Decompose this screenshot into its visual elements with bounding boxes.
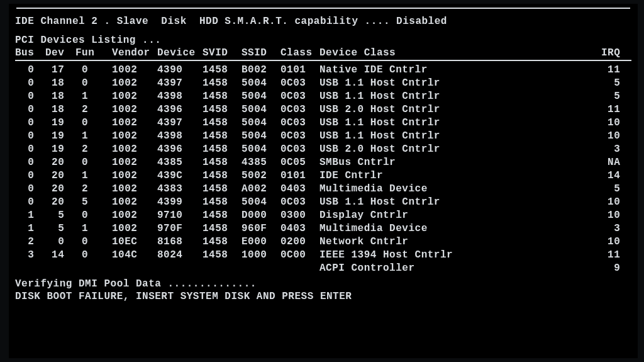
- cell-bus: 0: [15, 64, 45, 77]
- cell-device_class: USB 2.0 Host Cntrlr: [319, 103, 601, 116]
- cell-dev: 19: [45, 130, 75, 143]
- cell-dev: 18: [45, 103, 75, 116]
- bios-post-screen: IDE Channel 2 . Slave Disk HDD S.M.A.R.T…: [9, 4, 638, 358]
- table-row-acpi: ACPI Controller 9: [15, 262, 631, 275]
- cell-fun: 1: [75, 169, 112, 183]
- cell-ssid: 5002: [242, 169, 280, 183]
- cell-device: 8168: [157, 235, 203, 249]
- cell-bus: 1: [15, 222, 45, 235]
- cell-irq: 3: [601, 222, 631, 235]
- cell-empty: [157, 262, 203, 275]
- cell-vendor: 1002: [112, 77, 157, 90]
- table-row: 0 19 110024398145850040C03USB 1.1 Host C…: [15, 130, 631, 143]
- cell-device: 970F: [157, 222, 203, 235]
- cell-device: 4390: [157, 64, 203, 77]
- table-row: 0 20 2100243831458A0020403Multimedia Dev…: [15, 183, 631, 196]
- table-row: 0 19 210024396145850040C03USB 2.0 Host C…: [15, 143, 631, 156]
- table-row: 0 19 010024397145850040C03USB 1.1 Host C…: [15, 116, 631, 130]
- cell-device: 4397: [157, 77, 203, 90]
- cell-svid: 1458: [203, 103, 242, 116]
- cell-vendor: 1002: [112, 183, 157, 196]
- table-row: 0 20 510024399145850040C03USB 1.1 Host C…: [15, 196, 631, 209]
- cell-fun: 0: [75, 249, 112, 262]
- table-row: 0 18 010024397145850040C03USB 1.1 Host C…: [15, 77, 631, 90]
- table-header-row: Bus Dev Fun Vendor Device SVID SSID Clas…: [15, 47, 631, 60]
- cell-device_class: IEEE 1394 Host Cntrlr: [319, 249, 601, 262]
- cell-empty: [75, 262, 112, 275]
- col-vendor: Vendor: [112, 47, 157, 60]
- cell-device: 439C: [157, 169, 203, 183]
- cell-device_class: Multimedia Device: [319, 183, 601, 196]
- table-row: 2 0 010EC81681458E0000200Network Cntrlr …: [15, 235, 631, 249]
- cell-vendor: 1002: [112, 103, 157, 116]
- pci-listing-title: PCI Devices Listing ...: [15, 34, 631, 47]
- cell-ssid: A002: [242, 183, 280, 196]
- cell-dev: 20: [45, 196, 75, 209]
- table-row: 3 14 0104C8024145810000C00IEEE 1394 Host…: [15, 249, 631, 262]
- col-dev: Dev: [45, 47, 75, 60]
- cell-device_class: USB 1.1 Host Cntrlr: [319, 116, 601, 130]
- cell-irq: 3: [601, 143, 631, 156]
- cell-bus: 0: [15, 196, 45, 209]
- cell-svid: 1458: [203, 222, 242, 235]
- cell-fun: 0: [75, 64, 112, 77]
- cell-bus: 0: [15, 156, 45, 169]
- cell-device_class: USB 1.1 Host Cntrlr: [319, 77, 601, 90]
- cell-bus: 3: [15, 249, 45, 262]
- cell-irq: NA: [601, 156, 631, 169]
- cell-bus: 0: [15, 90, 45, 103]
- cell-device: 4399: [157, 196, 203, 209]
- cell-device_class: USB 1.1 Host Cntrlr: [319, 90, 601, 103]
- cell-ssid: 5004: [242, 77, 280, 90]
- cell-class: 0C03: [280, 116, 319, 130]
- cell-vendor: 104C: [112, 249, 157, 262]
- cell-ssid: 5004: [242, 196, 280, 209]
- cell-empty: [112, 262, 157, 275]
- cell-fun: 2: [75, 143, 112, 156]
- cell-fun: 1: [75, 130, 112, 143]
- cell-device_class: SMBus Cntrlr: [319, 156, 601, 169]
- cell-svid: 1458: [203, 235, 242, 249]
- cell-class: 0C03: [280, 77, 319, 90]
- cell-dev: 18: [45, 77, 75, 90]
- cell-fun: 2: [75, 103, 112, 116]
- cell-bus: 0: [15, 103, 45, 116]
- cell-device_class: USB 1.1 Host Cntrlr: [319, 130, 601, 143]
- cell-vendor: 1002: [112, 222, 157, 235]
- table-row: 0 20 010024385145843850C05SMBus Cntrlr N…: [15, 156, 631, 169]
- cell-class: 0403: [280, 222, 319, 235]
- cell-vendor: 1002: [112, 90, 157, 103]
- cell-device: 4398: [157, 130, 203, 143]
- cell-device: 4396: [157, 103, 203, 116]
- cell-ssid: E000: [242, 235, 280, 249]
- cell-irq: 10: [601, 116, 631, 130]
- cell-svid: 1458: [203, 196, 242, 209]
- cell-bus: 0: [15, 169, 45, 183]
- col-device: Device: [157, 47, 203, 60]
- cell-class: 0101: [280, 64, 319, 77]
- cell-dev: 5: [45, 222, 75, 235]
- cell-device_class: IDE Cntrlr: [319, 169, 601, 183]
- cell-fun: 0: [75, 156, 112, 169]
- cell-fun: 1: [75, 90, 112, 103]
- cell-vendor: 1002: [112, 169, 157, 183]
- cell-fun: 0: [75, 116, 112, 130]
- col-ssid: SSID: [242, 47, 280, 60]
- cell-vendor: 10EC: [112, 235, 157, 249]
- cell-class: 0C03: [280, 196, 319, 209]
- cell-irq: 10: [601, 196, 631, 209]
- cell-class: 0C05: [280, 156, 319, 169]
- col-irq: IRQ: [601, 47, 631, 60]
- cell-vendor: 1002: [112, 64, 157, 77]
- cell-vendor: 1002: [112, 130, 157, 143]
- cell-dev: 19: [45, 116, 75, 130]
- cell-fun: 0: [75, 209, 112, 222]
- cell-irq: 9: [601, 262, 631, 275]
- cell-svid: 1458: [203, 77, 242, 90]
- cell-empty: [45, 262, 75, 275]
- cell-irq: 14: [601, 169, 631, 183]
- cell-svid: 1458: [203, 209, 242, 222]
- cell-ssid: 5004: [242, 116, 280, 130]
- cell-dev: 19: [45, 143, 75, 156]
- cell-class: 0403: [280, 183, 319, 196]
